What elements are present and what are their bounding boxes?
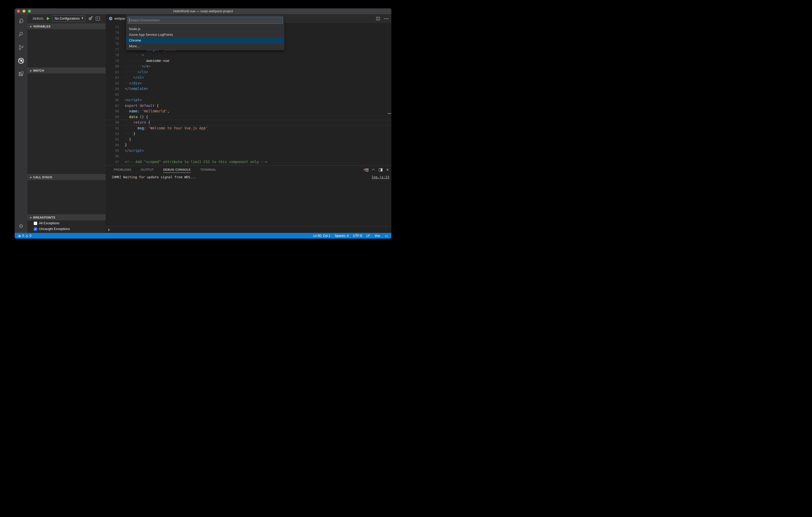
code-line[interactable]: 97<!--·Add·"scoped"·attribute·to·limit·C… <box>106 159 392 165</box>
code-line[interactable]: 96 <box>106 153 392 159</box>
line-number[interactable]: 83 <box>106 81 119 86</box>
line-number[interactable]: 82 <box>106 75 119 81</box>
code-text: ··data·()·{ <box>125 114 148 120</box>
more-actions-icon[interactable] <box>384 18 388 19</box>
code-line[interactable]: 81······</li> <box>106 69 392 75</box>
line-number[interactable]: 95 <box>106 148 119 154</box>
line-number[interactable]: 97 <box>106 159 119 165</box>
line-number[interactable]: 76 <box>106 41 119 47</box>
code-line[interactable]: 79··········awesome-vue <box>106 58 392 64</box>
quick-pick-item[interactable]: More... <box>126 43 284 49</box>
clear-console-icon[interactable]: × <box>365 168 369 172</box>
line-number[interactable]: 89 <box>106 114 119 120</box>
code-line[interactable]: 82····</ul> <box>106 75 392 81</box>
console-output-line: [HMR] Waiting for update signal from WDS… <box>111 175 196 179</box>
line-number[interactable]: 91 <box>106 125 119 131</box>
close-window-icon[interactable] <box>17 10 20 12</box>
editor-tab-webpack[interactable]: webpac <box>106 14 126 23</box>
line-number[interactable]: 77 <box>106 47 119 53</box>
settings-gear-icon[interactable]: ⚙ <box>18 222 25 230</box>
debug-configuration-dropdown[interactable]: No Configurations <box>52 16 85 22</box>
line-number[interactable]: 87 <box>106 103 119 109</box>
panel-tab-problems[interactable]: PROBLEMS <box>114 166 131 174</box>
checkbox-checked-icon[interactable]: ✓ <box>34 227 37 231</box>
quick-pick-item[interactable]: Chrome <box>126 37 284 43</box>
code-line[interactable]: 95</script> <box>106 148 392 154</box>
status-item[interactable]: UTF-8 <box>353 234 362 238</box>
line-number[interactable]: 73 <box>106 24 119 30</box>
panel-tab-output[interactable]: OUTPUT <box>141 166 154 174</box>
maximize-panel-icon[interactable] <box>372 169 375 172</box>
split-editor-icon[interactable] <box>376 17 380 20</box>
line-number[interactable]: 90 <box>106 120 119 125</box>
checkbox-unchecked-icon[interactable] <box>34 222 37 225</box>
code-line[interactable]: 94} <box>106 142 392 148</box>
code-line[interactable]: 91······msg:·'Welcome·to·Your·Vue.js·App… <box>106 125 392 131</box>
open-panel-split-icon[interactable] <box>379 168 382 172</box>
feedback-smiley-icon[interactable]: ☺ <box>384 234 388 238</box>
status-item[interactable]: Ln 90, Col 1 <box>313 234 330 238</box>
source-control-icon[interactable] <box>18 44 25 51</box>
code-text: } <box>125 142 127 148</box>
section-header-watch[interactable]: ◢ WATCH <box>27 67 106 73</box>
status-item[interactable]: Spaces: 4 <box>335 234 348 238</box>
zoom-window-icon[interactable] <box>28 10 31 12</box>
panel-tab-debug-console[interactable]: DEBUG CONSOLE <box>163 166 191 174</box>
line-number[interactable]: 75 <box>106 35 119 41</box>
open-debug-console-icon[interactable] <box>96 17 100 20</box>
code-line[interactable]: 92····} <box>106 131 392 137</box>
code-line[interactable]: 85 <box>106 92 392 97</box>
line-number[interactable]: 92 <box>106 131 119 137</box>
breakpoint-label: All Exceptions <box>39 221 60 225</box>
overview-ruler[interactable] <box>388 23 392 165</box>
debug-console-input[interactable] <box>106 226 392 233</box>
line-number[interactable]: 84 <box>106 86 119 92</box>
breakpoint-row[interactable]: ✓Uncaught Exceptions <box>27 226 106 232</box>
code-line[interactable]: 80········</a> <box>106 63 392 69</box>
line-number[interactable]: 78 <box>106 52 119 58</box>
code-line[interactable]: 78········> <box>106 52 392 58</box>
line-number[interactable]: 80 <box>106 63 119 69</box>
extensions-icon[interactable] <box>18 70 25 78</box>
start-debug-button[interactable] <box>47 17 50 20</box>
code-line[interactable]: 93··} <box>106 137 392 143</box>
debug-icon[interactable] <box>18 57 25 64</box>
line-number[interactable]: 81 <box>106 69 119 75</box>
code-line[interactable]: 88··name:·'HelloWorld', <box>106 109 392 114</box>
code-line[interactable]: 90····return·{ <box>106 120 392 125</box>
status-item[interactable]: Vue <box>375 234 380 238</box>
title-bar: HelloWorld.vue — vuejs-webpack-project <box>14 8 392 14</box>
quick-pick-input[interactable]: Select Environment <box>128 17 283 24</box>
panel-tab-terminal[interactable]: TERMINAL <box>200 166 216 174</box>
line-number[interactable]: 79 <box>106 58 119 64</box>
quick-pick-item[interactable]: Azure App Service LogPoints <box>126 32 284 37</box>
editor-actions <box>376 14 388 23</box>
search-icon[interactable] <box>18 31 25 38</box>
code-line[interactable]: 86<script> <box>106 97 392 103</box>
status-item[interactable]: LF <box>367 234 370 238</box>
line-number[interactable]: 93 <box>106 137 119 143</box>
code-line[interactable]: 89··data·()·{ <box>106 114 392 120</box>
line-number[interactable]: 85 <box>106 92 119 97</box>
line-number[interactable]: 88 <box>106 109 119 114</box>
problems-status[interactable]: ⊗ 0 ⚠ 0 <box>18 234 31 238</box>
breakpoint-row[interactable]: All Exceptions <box>27 220 106 226</box>
line-number[interactable]: 74 <box>106 30 119 35</box>
section-header-call-stack[interactable]: ◢ CALL STACK <box>27 174 106 180</box>
line-number[interactable]: 94 <box>106 142 119 148</box>
minimize-window-icon[interactable] <box>23 10 25 12</box>
section-header-breakpoints[interactable]: ◢ BREAKPOINTS <box>27 214 106 220</box>
line-number[interactable]: 96 <box>106 153 119 159</box>
quick-pick-placeholder: Select Environment <box>130 18 160 22</box>
code-line[interactable]: 87export·default·{ <box>106 103 392 109</box>
configure-gear-icon[interactable]: ⚙ <box>88 17 92 21</box>
section-header-variables[interactable]: ◢ VARIABLES <box>27 23 106 29</box>
files-icon[interactable] <box>18 17 25 24</box>
line-number[interactable]: 86 <box>106 97 119 103</box>
code-line[interactable]: 84</template> <box>106 86 392 92</box>
close-panel-icon[interactable]: × <box>386 168 389 172</box>
quick-pick-item[interactable]: Node.js <box>126 26 284 32</box>
console-source-link[interactable]: log.js:23 <box>372 175 389 179</box>
code-line[interactable]: 83··</div> <box>106 81 392 86</box>
code-text: ······</li> <box>125 69 148 75</box>
